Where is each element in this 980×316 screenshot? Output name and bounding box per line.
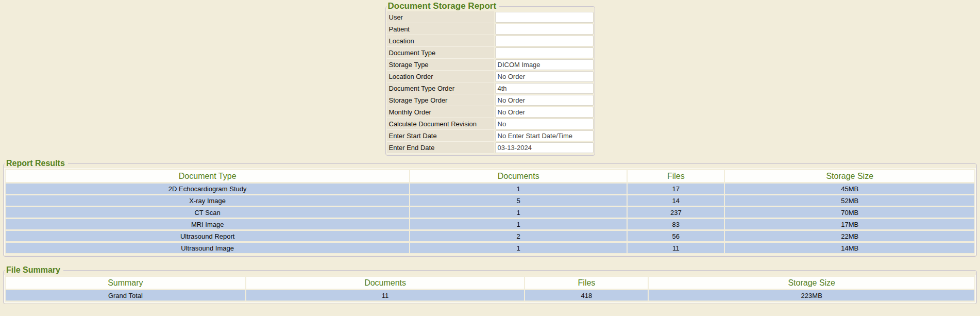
cell-summary: Grand Total [6, 290, 245, 301]
cell-documents: 1 [410, 219, 627, 229]
field-value: DICOM Image [495, 59, 594, 70]
field-label: Document Type Order [387, 82, 494, 94]
field-label: Patient [387, 23, 494, 35]
field-label: Location [387, 35, 494, 47]
field-value [495, 24, 594, 35]
cell-documents: 1 [410, 207, 627, 218]
field-row-location-order: Location Order No Order [387, 71, 594, 82]
cell-storage-size: 70MB [725, 207, 974, 218]
field-value: No Order [495, 95, 594, 106]
field-value [495, 47, 594, 58]
field-row-enter-end-date: Enter End Date 03-13-2024 [387, 142, 594, 154]
field-label: Location Order [387, 71, 494, 82]
cell-documents: 5 [410, 195, 627, 206]
results-row-ultrasound-image: Ultrasound Image 1 11 14MB [6, 243, 974, 253]
form-title: Document Storage Report [387, 1, 500, 11]
cell-files: 56 [628, 231, 724, 241]
cell-document-type: CT Scan [6, 207, 409, 218]
field-row-enter-start-date: Enter Start Date No Enter Start Date/Tim… [387, 130, 594, 142]
cell-document-type: X-ray Image [6, 195, 409, 206]
cell-documents: 11 [246, 290, 525, 301]
cell-document-type: MRI Image [6, 219, 409, 229]
cell-files: 418 [525, 290, 648, 301]
cell-storage-size: 52MB [725, 195, 974, 206]
file-summary-table: Summary Documents Files Storage Size Gra… [4, 275, 976, 303]
summary-col-storage-size: Storage Size [649, 277, 974, 289]
field-row-monthly-order: Monthly Order No Order [387, 106, 594, 118]
field-value: No Order [495, 71, 594, 82]
report-results-section: Report Results Document Type Documents F… [3, 159, 977, 257]
report-results-title: Report Results [5, 159, 68, 168]
results-row-ultrasound-report: Ultrasound Report 2 56 22MB [6, 231, 974, 241]
results-header-row: Document Type Documents Files Storage Si… [6, 170, 974, 182]
summary-header-row: Summary Documents Files Storage Size [6, 277, 974, 289]
cell-files: 14 [628, 195, 724, 206]
field-value [495, 36, 594, 46]
field-value: No [495, 119, 594, 129]
cell-files: 237 [628, 207, 724, 218]
field-value: 4th [495, 83, 594, 94]
file-summary-section: File Summary Summary Documents Files Sto… [3, 265, 977, 304]
field-label: Enter End Date [387, 142, 494, 154]
cell-files: 11 [628, 243, 724, 253]
cell-document-type: Ultrasound Report [6, 231, 409, 241]
field-value: 03-13-2024 [495, 142, 594, 153]
results-col-documents: Documents [410, 170, 627, 182]
field-row-storage-type-order: Storage Type Order No Order [387, 94, 594, 106]
results-row-2d-echocardiogram-study: 2D Echocardiogram Study 1 17 45MB [6, 184, 974, 194]
field-label: Calculate Document Revision [387, 118, 494, 130]
results-row-mri-image: MRI Image 1 83 17MB [6, 219, 974, 229]
field-value: No Order [495, 107, 594, 118]
summary-row-grand-total: Grand Total 11 418 223MB [6, 290, 974, 301]
field-row-document-type-order: Document Type Order 4th [387, 82, 594, 94]
cell-document-type: Ultrasound Image [6, 243, 409, 253]
report-results-table: Document Type Documents Files Storage Si… [4, 168, 976, 255]
summary-col-files: Files [525, 277, 648, 289]
cell-storage-size: 17MB [725, 219, 974, 229]
cell-storage-size: 22MB [725, 231, 974, 241]
results-row-xray-image: X-ray Image 5 14 52MB [6, 195, 974, 206]
field-row-document-type: Document Type [387, 47, 594, 59]
field-value [495, 12, 594, 23]
field-label: Storage Type Order [387, 94, 494, 106]
document-storage-report-form: Document Storage Report User Patient Loc… [385, 1, 595, 156]
field-row-calculate-document-revision: Calculate Document Revision No [387, 118, 594, 130]
results-row-ct-scan: CT Scan 1 237 70MB [6, 207, 974, 218]
cell-storage-size: 14MB [725, 243, 974, 253]
summary-col-summary: Summary [6, 277, 245, 289]
cell-documents: 1 [410, 184, 627, 194]
field-row-user: User [387, 11, 594, 23]
field-row-storage-type: Storage Type DICOM Image [387, 59, 594, 71]
field-label: Document Type [387, 47, 494, 59]
cell-documents: 1 [410, 243, 627, 253]
cell-storage-size: 223MB [649, 290, 974, 301]
field-value: No Enter Start Date/Time [495, 130, 594, 141]
summary-col-documents: Documents [246, 277, 525, 289]
results-col-document-type: Document Type [6, 170, 409, 182]
field-label: Storage Type [387, 59, 494, 71]
field-label: Monthly Order [387, 106, 494, 118]
results-col-files: Files [628, 170, 724, 182]
field-row-patient: Patient [387, 23, 594, 35]
cell-files: 83 [628, 219, 724, 229]
cell-storage-size: 45MB [725, 184, 974, 194]
cell-document-type: 2D Echocardiogram Study [6, 184, 409, 194]
field-label: Enter Start Date [387, 130, 494, 142]
results-col-storage-size: Storage Size [725, 170, 974, 182]
cell-files: 17 [628, 184, 724, 194]
field-row-location: Location [387, 35, 594, 47]
field-label: User [387, 11, 494, 23]
file-summary-title: File Summary [5, 265, 63, 275]
cell-documents: 2 [410, 231, 627, 241]
